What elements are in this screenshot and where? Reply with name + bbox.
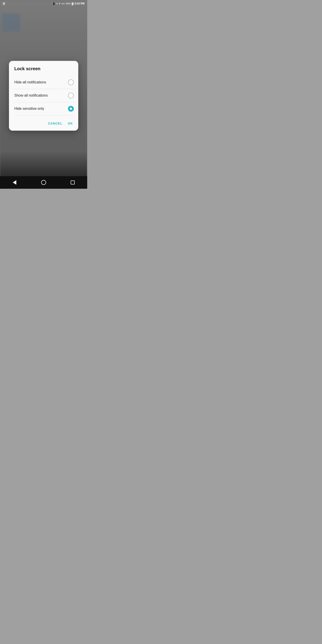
photo-icon: 🖼 — [3, 2, 5, 5]
home-icon — [41, 180, 46, 185]
sim-icon: ✗ — [58, 2, 60, 5]
navigation-bar — [0, 176, 87, 189]
status-bar: 🖼 📳 ▾ ✗ ▪▪▪▪ 99% ▓ 3:34 PM — [0, 0, 87, 6]
show-all-option[interactable]: Show all notifications — [14, 89, 74, 102]
ok-button[interactable]: OK — [67, 120, 74, 127]
show-all-label: Show all notifications — [14, 94, 48, 98]
status-bar-right: 📳 ▾ ✗ ▪▪▪▪ 99% ▓ 3:34 PM — [52, 2, 84, 5]
back-icon — [13, 180, 16, 185]
home-button[interactable] — [38, 177, 49, 188]
recent-icon — [71, 180, 75, 184]
hide-sensitive-option[interactable]: Hide sensitive only — [14, 102, 74, 116]
cancel-button[interactable]: CANCEL — [47, 120, 63, 127]
status-time: 3:34 PM — [74, 2, 84, 5]
back-button[interactable] — [9, 177, 20, 188]
battery-icon: ▓ — [72, 2, 74, 5]
dialog-actions: CANCEL OK — [14, 119, 74, 127]
vibrate-icon: 📳 — [52, 2, 56, 5]
show-all-radio[interactable] — [68, 92, 74, 98]
dialog-title: Lock screen — [14, 66, 74, 71]
status-bar-left: 🖼 — [3, 2, 5, 5]
hide-all-option[interactable]: Hide all notifications — [14, 76, 74, 89]
lock-screen-dialog: Lock screen Hide all notifications Show … — [9, 61, 78, 130]
hide-sensitive-label: Hide sensitive only — [14, 107, 44, 111]
battery-percent: 99% — [66, 2, 71, 5]
signal-icon: ▪▪▪▪ — [62, 2, 65, 5]
hide-all-radio[interactable] — [68, 80, 74, 85]
hide-all-label: Hide all notifications — [14, 80, 46, 84]
hide-sensitive-radio[interactable] — [68, 106, 74, 112]
wifi-icon: ▾ — [56, 2, 58, 5]
recent-button[interactable] — [67, 177, 78, 188]
